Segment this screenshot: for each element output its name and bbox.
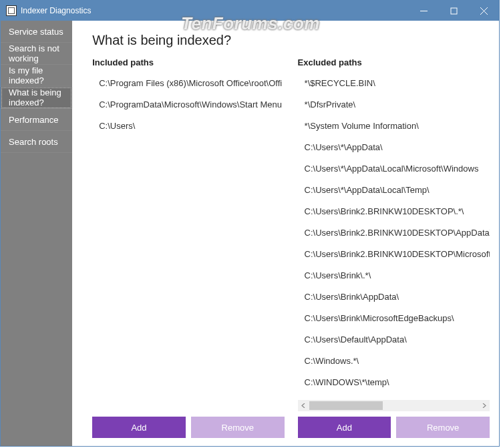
sidebar-item-performance[interactable]: Performance — [1, 109, 72, 131]
included-remove-button[interactable]: Remove — [191, 417, 285, 438]
list-item[interactable]: C:\Program Files (x86)\Microsoft Office\… — [99, 73, 284, 94]
excluded-hscroll[interactable] — [298, 400, 490, 411]
included-buttons: Add Remove — [92, 417, 284, 438]
list-item[interactable]: C:\Users\Brink\AppData\ — [305, 286, 490, 308]
chevron-right-icon — [482, 403, 486, 408]
sidebar-item-label: What is being indexed? — [9, 87, 64, 107]
close-button[interactable] — [469, 1, 499, 21]
scroll-thumb[interactable] — [309, 401, 383, 410]
scroll-track[interactable] — [309, 400, 478, 411]
list-item[interactable]: C:\Users\Brink2.BRINKW10DESKTOP\.*\ — [305, 201, 490, 222]
list-item[interactable]: C:\Users\Brink2.BRINKW10DESKTOP\AppData\ — [305, 222, 490, 244]
maximize-button[interactable] — [439, 1, 469, 21]
list-item[interactable]: *\DfsrPrivate\ — [305, 94, 490, 116]
list-item[interactable]: C:\Users\Brink\MicrosoftEdgeBackups\ — [305, 308, 490, 329]
sidebar-item-label: Search roots — [9, 137, 58, 147]
svg-rect-1 — [451, 8, 457, 14]
list-item[interactable]: *\$RECYCLE.BIN\ — [305, 73, 490, 94]
list-item[interactable]: C:\WINDOWS\*\temp\ — [305, 372, 490, 393]
chevron-left-icon — [301, 403, 306, 408]
list-item[interactable]: C:\Users\*\AppData\ — [305, 137, 490, 158]
list-item[interactable]: C:\Users\ — [99, 116, 284, 137]
excluded-header: Excluded paths — [298, 57, 490, 67]
sidebar-item-search-roots[interactable]: Search roots — [1, 131, 72, 153]
list-item[interactable]: *\System Volume Information\ — [305, 116, 490, 137]
minimize-icon — [420, 7, 428, 15]
sidebar-item-what-is-being-indexed[interactable]: What is being indexed? — [1, 87, 72, 109]
sidebar-item-label: Service status — [9, 27, 63, 37]
titlebar: Indexer Diagnostics — [1, 1, 499, 21]
sidebar-item-label: Is my file indexed? — [9, 65, 64, 85]
sidebar-item-service-status[interactable]: Service status — [1, 21, 72, 43]
close-icon — [480, 7, 488, 15]
sidebar-item-label: Search is not working — [9, 43, 64, 63]
page-title: What is being indexed? — [92, 33, 490, 48]
included-column: Included paths C:\Program Files (x86)\Mi… — [92, 57, 284, 438]
included-list[interactable]: C:\Program Files (x86)\Microsoft Office\… — [92, 73, 284, 411]
scroll-left-button[interactable] — [298, 400, 309, 411]
minimize-button[interactable] — [409, 1, 439, 21]
excluded-column: Excluded paths *\$RECYCLE.BIN\ *\DfsrPri… — [298, 57, 490, 438]
columns: Included paths C:\Program Files (x86)\Mi… — [92, 57, 490, 438]
maximize-icon — [450, 7, 458, 15]
list-item[interactable]: C:\Windows.*\ — [305, 351, 490, 372]
excluded-remove-button[interactable]: Remove — [396, 417, 490, 438]
body: Service status Search is not working Is … — [1, 21, 499, 446]
app-window: Indexer Diagnostics Service status Searc… — [0, 0, 500, 447]
app-icon — [6, 5, 17, 16]
list-item[interactable]: C:\Users\Default\AppData\ — [305, 329, 490, 351]
window-title: Indexer Diagnostics — [21, 6, 91, 15]
main-panel: What is being indexed? Included paths C:… — [72, 21, 499, 446]
sidebar: Service status Search is not working Is … — [1, 21, 72, 446]
list-item[interactable]: C:\Users\*\AppData\Local\Microsoft\Windo… — [305, 158, 490, 180]
list-item[interactable]: C:\Users\Brink\.*\ — [305, 265, 490, 286]
excluded-buttons: Add Remove — [298, 417, 490, 438]
included-add-button[interactable]: Add — [92, 417, 186, 438]
included-header: Included paths — [92, 57, 284, 67]
sidebar-item-is-my-file-indexed[interactable]: Is my file indexed? — [1, 65, 72, 87]
sidebar-item-label: Performance — [9, 115, 58, 125]
sidebar-item-search-not-working[interactable]: Search is not working — [1, 43, 72, 65]
excluded-add-button[interactable]: Add — [298, 417, 391, 438]
list-item[interactable]: C:\Users\Brink2.BRINKW10DESKTOP\Microsof… — [305, 244, 490, 265]
list-item[interactable]: C:\ProgramData\Microsoft\Windows\Start M… — [99, 94, 284, 116]
scroll-right-button[interactable] — [478, 400, 490, 411]
list-item[interactable]: C:\Users\*\AppData\Local\Temp\ — [305, 180, 490, 201]
excluded-list[interactable]: *\$RECYCLE.BIN\ *\DfsrPrivate\ *\System … — [298, 73, 490, 399]
